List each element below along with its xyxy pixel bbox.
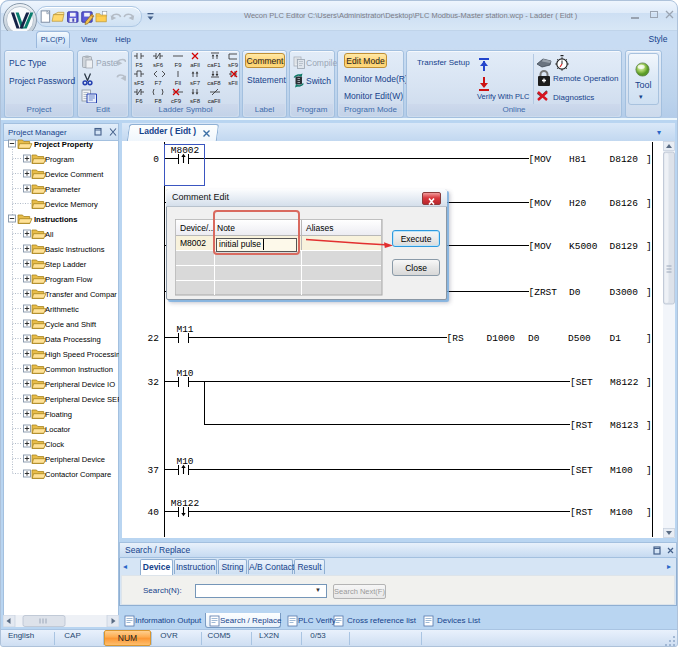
svg-text:37: 37	[148, 465, 159, 476]
svg-text:sF8: sF8	[190, 98, 201, 104]
svg-text:32: 32	[148, 377, 160, 388]
svg-text:Step Ladder: Step Ladder	[45, 260, 87, 269]
svg-text:cF9: cF9	[171, 98, 182, 104]
svg-text:Aliases: Aliases	[306, 223, 333, 233]
svg-text:High Speed Processin: High Speed Processin	[45, 350, 119, 359]
svg-text:]: ]	[646, 241, 652, 252]
svg-text:Device Comment: Device Comment	[45, 170, 104, 179]
svg-text:[MOV: [MOV	[529, 154, 552, 165]
svg-text:Contactor Compare: Contactor Compare	[45, 470, 111, 479]
svg-text:K5000: K5000	[569, 241, 598, 252]
svg-text:M8123: M8123	[610, 420, 639, 431]
svg-text:Clock: Clock	[45, 440, 64, 449]
svg-text:F9: F9	[174, 62, 182, 68]
svg-text:Transfer and Compar: Transfer and Compar	[45, 290, 117, 299]
svg-text:F7: F7	[154, 80, 162, 86]
svg-text:caF8: caF8	[207, 80, 221, 86]
svg-text:[RS: [RS	[447, 333, 464, 344]
svg-text:M11: M11	[176, 324, 193, 335]
svg-text:sF7: sF7	[190, 80, 201, 86]
svg-text:caF1: caF1	[207, 62, 221, 68]
svg-text:Program Flow: Program Flow	[45, 275, 93, 284]
svg-text:]: ]	[646, 420, 652, 431]
svg-text:D1000: D1000	[487, 333, 516, 344]
svg-text:D1: D1	[610, 333, 622, 344]
svg-text:M10: M10	[176, 456, 193, 467]
svg-text:M8122: M8122	[171, 498, 200, 509]
svg-text:sF9: sF9	[228, 62, 239, 68]
svg-text:F8: F8	[154, 98, 162, 104]
svg-text:Arithmetic: Arithmetic	[45, 305, 79, 314]
svg-text:0: 0	[153, 154, 159, 165]
svg-text:M8002: M8002	[180, 238, 206, 248]
svg-text:Cycle and Shift: Cycle and Shift	[45, 320, 97, 329]
svg-text:aFll: aFll	[190, 62, 200, 68]
svg-text:Peripheral Device SER: Peripheral Device SER	[45, 395, 119, 404]
svg-text:22: 22	[148, 333, 160, 344]
svg-text:M8002: M8002	[171, 145, 200, 156]
svg-text:D8126: D8126	[610, 198, 639, 209]
svg-text:D8120: D8120	[610, 154, 639, 165]
svg-text:F5: F5	[135, 62, 143, 68]
svg-text:[MOV: [MOV	[529, 241, 552, 252]
svg-text:D8129: D8129	[610, 241, 639, 252]
svg-text:M8122: M8122	[610, 377, 639, 388]
svg-text:Instructions: Instructions	[34, 215, 77, 224]
svg-text:]: ]	[646, 465, 652, 476]
svg-text:Peripheral Device IO: Peripheral Device IO	[45, 380, 115, 389]
svg-text:M100: M100	[610, 465, 633, 476]
svg-text:[MOV: [MOV	[529, 198, 552, 209]
svg-text:]: ]	[646, 333, 652, 344]
svg-text:H81: H81	[569, 154, 586, 165]
svg-text:caFll: caFll	[208, 98, 221, 104]
svg-text:Peripheral Device: Peripheral Device	[45, 455, 105, 464]
svg-text:M10: M10	[176, 368, 193, 379]
svg-text:Data Processing: Data Processing	[45, 335, 101, 344]
svg-text:]: ]	[646, 287, 652, 298]
svg-text:F6: F6	[135, 98, 143, 104]
svg-text:Common Instruction: Common Instruction	[45, 365, 113, 374]
svg-text:D500: D500	[568, 333, 591, 344]
svg-text:M100: M100	[610, 507, 633, 518]
svg-text:Basic Instructions: Basic Instructions	[45, 245, 105, 254]
svg-text:D3000: D3000	[610, 287, 639, 298]
svg-text:[ZRST: [ZRST	[529, 287, 558, 298]
svg-text:]: ]	[646, 377, 652, 388]
svg-text:Locator: Locator	[45, 425, 71, 434]
svg-text:D0: D0	[569, 287, 581, 298]
svg-text:Floating: Floating	[45, 410, 72, 419]
svg-text:]: ]	[646, 154, 652, 165]
svg-text:Fll: Fll	[175, 80, 181, 86]
svg-text:sF5: sF5	[134, 80, 145, 86]
svg-text:]: ]	[646, 507, 652, 518]
svg-text:Project Property: Project Property	[34, 140, 94, 149]
svg-text:]: ]	[646, 198, 652, 209]
svg-text:Device/...: Device/...	[180, 223, 215, 233]
svg-text:Device Memory: Device Memory	[45, 200, 98, 209]
svg-text:sF6: sF6	[153, 62, 164, 68]
svg-text:Parameter: Parameter	[45, 185, 81, 194]
svg-text:Program: Program	[45, 155, 74, 164]
svg-text:[RST: [RST	[570, 507, 593, 518]
svg-text:[SET: [SET	[570, 465, 593, 476]
svg-text:40: 40	[148, 507, 160, 518]
svg-text:sFll: sFll	[228, 80, 237, 86]
svg-text:D0: D0	[528, 333, 540, 344]
svg-text:H20: H20	[569, 198, 586, 209]
svg-text:[RST: [RST	[570, 420, 593, 431]
svg-text:All: All	[45, 230, 54, 239]
svg-text:[SET: [SET	[570, 377, 593, 388]
